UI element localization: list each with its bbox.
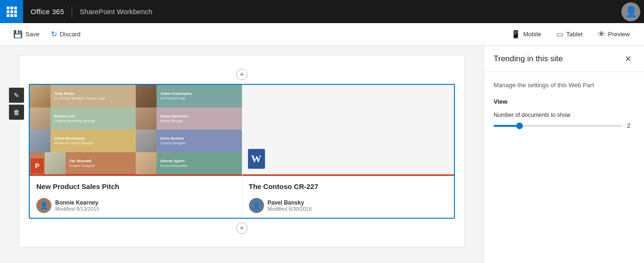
save-icon: 💾 bbox=[13, 30, 23, 39]
tablet-button[interactable]: ▭ Tablet bbox=[550, 27, 589, 41]
main-toolbar: 💾 Save ↻ Discard 📱 Mobile ▭ Tablet 👁 Pre… bbox=[0, 23, 644, 46]
person-photo-7 bbox=[45, 152, 66, 175]
person-cell-7: P Zac Woodall Graphic Designer bbox=[30, 152, 136, 175]
card-1-author: 👤 Bonnie Kearney Modified 8/13/2015 bbox=[36, 198, 235, 213]
discard-icon: ↻ bbox=[51, 30, 57, 39]
panel-close-button[interactable]: ✕ bbox=[621, 52, 635, 66]
save-button[interactable]: 💾 Save bbox=[8, 27, 45, 41]
view-section-title: View bbox=[494, 98, 635, 105]
card-1-author-name: Bonnie Kearney bbox=[55, 199, 99, 206]
card-2-title: The Contoso CR-227 bbox=[249, 182, 448, 190]
people-grid: Toby Nisan Sr. Product Manager, Project … bbox=[30, 85, 242, 174]
person-cell-8: Allison Sparn Account Executive bbox=[136, 152, 242, 175]
slider-row: 2 bbox=[494, 122, 635, 129]
person-cell-2: Yukari Kammatsu Co-Product Lead bbox=[136, 85, 242, 107]
person-photo-3 bbox=[30, 107, 50, 130]
avatar-icon: 👤 bbox=[625, 7, 637, 17]
person-photo-2 bbox=[136, 85, 157, 107]
card-1-author-avatar: 👤 bbox=[36, 198, 51, 213]
cards-container: Toby Nisan Sr. Product Manager, Project … bbox=[30, 85, 454, 218]
tablet-icon: ▭ bbox=[556, 30, 563, 39]
top-add-button[interactable]: + bbox=[236, 69, 248, 80]
slider-track[interactable] bbox=[494, 125, 622, 127]
person-cell-1: Toby Nisan Sr. Product Manager, Project … bbox=[30, 85, 136, 107]
slider-label: Number of documents to show bbox=[494, 112, 635, 118]
canvas-area: + ✎ 🗑 bbox=[0, 46, 484, 263]
person-photo-4 bbox=[136, 107, 157, 130]
office-brand: Office 365 bbox=[23, 8, 72, 16]
person-photo-8 bbox=[136, 152, 157, 175]
word-icon: W bbox=[248, 149, 265, 169]
waffle-menu[interactable] bbox=[0, 0, 23, 23]
slider-value: 2 bbox=[627, 122, 635, 129]
webpart-wrapper: + ✎ 🗑 bbox=[19, 55, 465, 247]
person-cell-3: Karina Leal Channel Marketing Manager bbox=[30, 107, 136, 130]
top-navbar: Office 365 SharePoint Workbench 👤 bbox=[0, 0, 644, 23]
card-2-author-avatar: 👤 bbox=[249, 198, 264, 213]
view-controls: 📱 Mobile ▭ Tablet 👁 Preview bbox=[504, 27, 636, 41]
card-1-body: New Product Sales Pitch 👤 Bonnie Kearney… bbox=[30, 176, 242, 218]
slider-fill bbox=[494, 125, 520, 127]
card-1-image: Toby Nisan Sr. Product Manager, Project … bbox=[30, 85, 242, 174]
settings-panel: Trending in this site ✕ Manage the setti… bbox=[484, 46, 644, 263]
mobile-button[interactable]: 📱 Mobile bbox=[504, 27, 548, 41]
edit-webpart-button[interactable]: ✎ bbox=[9, 88, 24, 103]
main-content: + ✎ 🗑 bbox=[0, 46, 644, 263]
top-add-zone: + bbox=[29, 69, 455, 80]
bottom-add-button[interactable]: + bbox=[236, 222, 248, 234]
preview-button[interactable]: 👁 Preview bbox=[591, 27, 636, 41]
card-2-author-name: Pavel Bansky bbox=[268, 199, 312, 206]
waffle-icon bbox=[7, 7, 17, 17]
panel-header: Trending in this site ✕ bbox=[484, 46, 644, 72]
card-1-title: New Product Sales Pitch bbox=[36, 182, 235, 190]
person-cell-6: Chris Boston Content Designer bbox=[136, 130, 242, 152]
card-2-body: The Contoso CR-227 👤 Pavel Bansky Modifi… bbox=[242, 176, 454, 218]
delete-webpart-button[interactable]: 🗑 bbox=[9, 105, 24, 120]
card-2-image: W bbox=[242, 85, 454, 174]
webpart-side-toolbar: ✎ 🗑 bbox=[9, 88, 24, 120]
discard-button[interactable]: ↻ Discard bbox=[45, 27, 86, 41]
bottom-add-zone: + bbox=[29, 222, 455, 234]
preview-icon: 👁 bbox=[598, 30, 605, 39]
app-title: SharePoint Workbench bbox=[72, 8, 160, 16]
person-photo-1 bbox=[30, 85, 50, 107]
ppt-icon: P bbox=[31, 158, 44, 173]
person-cell-5: Chloe Broussard Research Project Manager bbox=[30, 130, 136, 152]
card-1[interactable]: Toby Nisan Sr. Product Manager, Project … bbox=[30, 85, 242, 218]
person-cell-4: Anisa Harriman Media Manager bbox=[136, 107, 242, 130]
person-photo-6 bbox=[136, 130, 157, 152]
person-photo-5 bbox=[30, 130, 50, 152]
card-1-author-date: Modified 8/13/2015 bbox=[55, 206, 99, 212]
card-2-author-date: Modified 6/30/2016 bbox=[268, 206, 312, 212]
panel-title: Trending in this site bbox=[494, 54, 621, 64]
card-2[interactable]: W The Contoso CR-227 👤 bbox=[242, 85, 454, 218]
mobile-icon: 📱 bbox=[511, 30, 520, 39]
slider-thumb[interactable] bbox=[516, 123, 523, 129]
panel-body: Manage the settings of this Web Part Vie… bbox=[484, 72, 644, 263]
card-2-author: 👤 Pavel Bansky Modified 6/30/2016 bbox=[249, 198, 448, 213]
panel-description: Manage the settings of this Web Part bbox=[494, 82, 635, 89]
user-avatar[interactable]: 👤 bbox=[621, 2, 640, 21]
webpart-container: Toby Nisan Sr. Product Manager, Project … bbox=[29, 84, 455, 219]
